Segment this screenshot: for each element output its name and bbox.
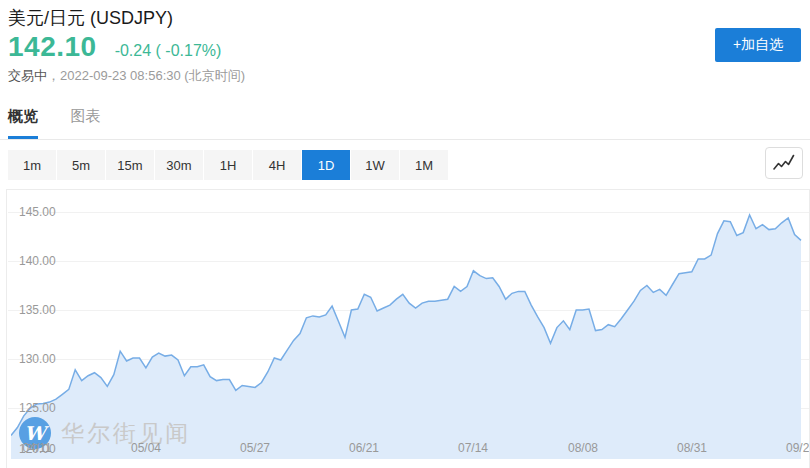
x-axis-label-07/14: 07/14 xyxy=(449,441,497,455)
period-button-1H[interactable]: 1H xyxy=(204,150,252,180)
period-button-30m[interactable]: 30m xyxy=(155,150,203,180)
period-button-1m[interactable]: 1m xyxy=(8,150,56,180)
tab-chart[interactable]: 图表 xyxy=(70,107,100,136)
tab-overview[interactable]: 概览 xyxy=(8,107,38,139)
x-axis-label-05/27: 05/27 xyxy=(231,441,279,455)
x-axis-label-08/31: 08/31 xyxy=(668,441,716,455)
x-axis-label-05/04: 05/04 xyxy=(122,441,170,455)
price-change: -0.24 ( -0.17%) xyxy=(115,42,222,60)
x-axis-label-09/23: 09/23 xyxy=(777,441,810,455)
price-row: 142.10 -0.24 ( -0.17%) xyxy=(8,31,221,63)
y-axis-label-130.00: 130.00 xyxy=(19,352,56,366)
chart-type-button[interactable] xyxy=(765,147,803,179)
x-axis-label-04/11: 04/11 xyxy=(13,441,61,455)
trading-status: 交易中，2022-09-23 08:56:30 (北京时间) xyxy=(8,67,245,85)
period-toolbar: 1m5m15m30m1H4H1D1W1M xyxy=(8,150,448,180)
period-button-4H[interactable]: 4H xyxy=(253,150,301,180)
y-axis-label-145.00: 145.00 xyxy=(19,205,56,219)
period-button-5m[interactable]: 5m xyxy=(57,150,105,180)
price-chart[interactable]: W 华尔街见闻 145.00140.00135.00130.00125.0012… xyxy=(6,189,810,468)
line-chart-icon xyxy=(773,154,795,172)
period-button-1W[interactable]: 1W xyxy=(351,150,399,180)
period-button-1D[interactable]: 1D xyxy=(302,150,350,180)
x-axis-label-08/08: 08/08 xyxy=(559,441,607,455)
trading-status-time: ，2022-09-23 08:56:30 (北京时间) xyxy=(47,68,245,83)
y-axis-label-125.00: 125.00 xyxy=(19,401,56,415)
current-price: 142.10 xyxy=(8,31,97,63)
period-button-15m[interactable]: 15m xyxy=(106,150,154,180)
y-axis-label-135.00: 135.00 xyxy=(19,303,56,317)
period-button-1M[interactable]: 1M xyxy=(400,150,448,180)
y-axis-label-140.00: 140.00 xyxy=(19,254,56,268)
instrument-title: 美元/日元 (USDJPY) xyxy=(8,6,802,30)
trading-status-label: 交易中 xyxy=(8,68,47,83)
tab-bar: 概览 图表 xyxy=(0,107,810,140)
add-watchlist-button[interactable]: +加自选 xyxy=(715,28,801,62)
x-axis-label-06/21: 06/21 xyxy=(340,441,388,455)
